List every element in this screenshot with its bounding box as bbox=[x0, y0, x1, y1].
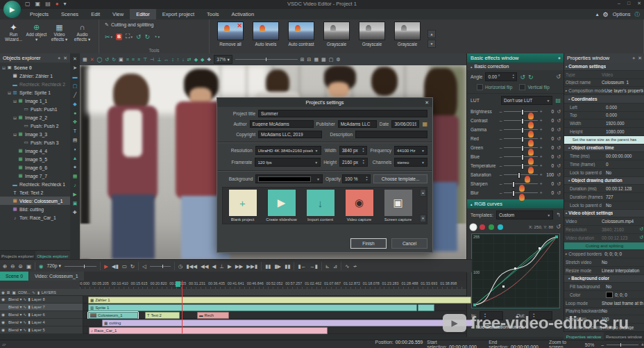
eye-icon[interactable]: ◉ bbox=[1, 328, 7, 332]
property-row-resolution[interactable]: Resolution3840; 2160↺ bbox=[564, 226, 644, 234]
zoom-in-icon[interactable]: + bbox=[641, 342, 644, 347]
eye-icon[interactable]: ◉ bbox=[1, 320, 7, 324]
cut-end-icon[interactable]: ⊿ bbox=[333, 263, 337, 270]
tree-item-image-7-7[interactable]: ▦Image 7_7 bbox=[0, 172, 70, 180]
dialog-header[interactable]: Project's settings ✕ bbox=[217, 98, 432, 107]
property-section-coordinates[interactable]: ▴Coordinates bbox=[564, 95, 644, 103]
pin-icon[interactable]: ⌖ bbox=[58, 56, 60, 61]
author-input[interactable] bbox=[250, 120, 314, 128]
wave-icon[interactable]: ∿ bbox=[23, 328, 26, 332]
slider-minus-icon[interactable]: – bbox=[498, 172, 503, 177]
scene-zoom-slider[interactable] bbox=[235, 59, 298, 60]
close-icon[interactable]: ✕ bbox=[638, 56, 642, 61]
quick-style-4[interactable]: Grayscale bbox=[357, 22, 387, 56]
slider-reset-icon[interactable]: ↺ bbox=[557, 136, 561, 142]
track-lane[interactable]: ▥Sprite 1 bbox=[83, 304, 466, 311]
slider-track[interactable] bbox=[504, 183, 538, 184]
property-row-object-name[interactable]: Object nameColosseum_1 bbox=[564, 79, 644, 88]
move-down-icon[interactable]: ↓ bbox=[182, 57, 185, 62]
track-controls[interactable]: Blend ▾∿▮Layer 7 bbox=[0, 304, 83, 311]
tree-item-push-push-2[interactable]: ▭Push: Push 2 bbox=[0, 122, 70, 130]
move-icon[interactable]: ✚ bbox=[73, 208, 77, 217]
tree-item-video-colosseum-1[interactable]: ▦Video: Colosseum_1 bbox=[0, 197, 70, 205]
slider-reset-icon[interactable]: ↺ bbox=[557, 118, 561, 124]
zoom-fit-icon[interactable]: ⊜ bbox=[19, 263, 23, 270]
clip-text-2[interactable]: TText 2 bbox=[145, 312, 180, 319]
scene-tab-scene-0[interactable]: Scene 0 bbox=[0, 272, 28, 281]
layout-3-icon[interactable]: ▦ bbox=[314, 57, 319, 63]
eye-icon[interactable]: ◉ bbox=[1, 313, 7, 317]
tree-item-scene-0[interactable]: ⊟▣Scene 0 bbox=[0, 63, 70, 72]
tree-item-image-1-1[interactable]: ⊟▦Image 1_1 bbox=[0, 97, 70, 105]
property-section-background-color[interactable]: ▴Background color bbox=[564, 275, 644, 283]
property-row-stretch-video[interactable]: Stretch videoNo bbox=[564, 258, 644, 267]
swap-icon[interactable]: ⇄ bbox=[187, 57, 192, 63]
slider-minus-icon[interactable]: – bbox=[498, 154, 503, 159]
quick-style-3[interactable]: Grayscale bbox=[321, 22, 352, 56]
tree-expand-icon[interactable]: ⊟ bbox=[12, 99, 17, 103]
reset-icon[interactable]: ↺ bbox=[639, 226, 643, 232]
tree-item-rechteck-rechteck-2[interactable]: ▬Rechteck: Rechteck 2 bbox=[0, 80, 70, 88]
undo-icon[interactable]: ↺ bbox=[105, 57, 109, 63]
slider-thumb[interactable] bbox=[521, 136, 524, 142]
vertical-flip-checkbox[interactable]: Vertical flip bbox=[519, 84, 549, 90]
wave-icon[interactable]: ∿ bbox=[23, 297, 26, 301]
template-create-slideshow[interactable]: ▶Create slideshow bbox=[264, 190, 299, 222]
framerate-select[interactable]: 120 fps▼ bbox=[255, 158, 321, 167]
template-revert-icon[interactable]: ↰ bbox=[556, 212, 561, 218]
camera-icon[interactable]: ▮ bbox=[28, 313, 30, 317]
line-tool-icon[interactable]: ╱ bbox=[74, 90, 76, 99]
prev-frame-icon[interactable]: ◀ bbox=[212, 263, 217, 270]
tree-item-image-6-6[interactable]: ▦Image 6_6 bbox=[0, 163, 70, 172]
description-input[interactable] bbox=[355, 131, 427, 138]
wave-icon[interactable]: ∿ bbox=[23, 313, 26, 317]
layers-header-icon[interactable]: ▣ bbox=[12, 290, 15, 295]
blend-select[interactable]: Blend ▾ bbox=[8, 320, 22, 324]
slider-plus-icon[interactable]: + bbox=[539, 154, 543, 159]
basic-correction-section[interactable]: ▴Basic correction bbox=[467, 63, 564, 70]
menu-item-view[interactable]: View bbox=[106, 9, 130, 19]
quick-style-1[interactable]: Auto levels bbox=[251, 22, 281, 56]
ribbon-button-audio-effects[interactable]: ∩Audio effects ▾ bbox=[71, 21, 93, 55]
speed-icon[interactable]: ◔▾ bbox=[153, 33, 160, 40]
blend-select[interactable]: Blend ▾ bbox=[8, 305, 22, 309]
pan-icon[interactable]: ✚ bbox=[207, 57, 211, 63]
next-scene-icon[interactable]: ▶▶ bbox=[235, 263, 244, 270]
layout-1-icon[interactable]: ⊞ bbox=[300, 57, 305, 63]
fit-height-icon[interactable]: ↕ bbox=[171, 57, 174, 62]
slider-thumb[interactable] bbox=[521, 154, 524, 160]
layout-4-icon[interactable]: ▩ bbox=[321, 57, 326, 63]
property-section-object-drawing-duration[interactable]: ▴Object drawing duration bbox=[564, 177, 644, 185]
zoom-slider-thumb[interactable] bbox=[266, 58, 266, 61]
speaker-icon[interactable]: ◁ bbox=[142, 263, 146, 270]
settings-icon[interactable]: ⚙ bbox=[336, 57, 340, 63]
menu-item-projects[interactable]: Projects bbox=[24, 9, 55, 19]
slider-plus-icon[interactable]: + bbox=[539, 163, 543, 168]
prev-scene-icon[interactable]: ◀◀ bbox=[201, 263, 209, 270]
add-video-icon[interactable]: ▶ bbox=[73, 190, 76, 199]
color-swatch[interactable] bbox=[606, 292, 613, 298]
reset-icon[interactable]: ↺ bbox=[639, 235, 643, 240]
scene-zoom-select[interactable]: 37%▾ bbox=[214, 55, 232, 64]
align-top-icon[interactable]: ⊤ bbox=[143, 57, 147, 63]
frame-step-icon[interactable]: ▮▶ bbox=[274, 263, 281, 270]
pause-icon[interactable]: ▮▮ bbox=[265, 263, 271, 270]
scene-tab-video-colosseum-1[interactable]: Video: Colosseum_1 bbox=[29, 272, 84, 281]
play-button[interactable]: ▶ bbox=[104, 263, 108, 270]
tree-item-bild-cutting[interactable]: ▦Bild: cutting bbox=[0, 205, 70, 213]
preview-quality-value[interactable]: 720p ▾ bbox=[47, 263, 61, 269]
property-row-lock-to-parent-d[interactable]: Lock to parent dNo bbox=[564, 169, 644, 177]
property-row-type[interactable]: TypeVideo bbox=[564, 71, 644, 79]
align-center-icon[interactable]: ≡ bbox=[132, 57, 135, 62]
rotate-cw-icon[interactable]: ↻ bbox=[144, 33, 150, 40]
cancel-button[interactable]: Cancel bbox=[391, 238, 427, 249]
style-scroll-up-button[interactable]: ▲ bbox=[427, 30, 436, 38]
rotate-ccw-icon[interactable]: ↺ bbox=[136, 33, 142, 40]
tree-item-z-hler-z-hler-1[interactable]: ▦Zähler: Zähler 1 bbox=[0, 72, 70, 80]
align-middle-icon[interactable]: ⊣ bbox=[150, 57, 154, 63]
channel-dot-3[interactable] bbox=[498, 224, 503, 230]
ramp-icon[interactable]: ≁ bbox=[353, 263, 357, 270]
property-row-time-frame-[interactable]: Time (frame)0 bbox=[564, 160, 644, 169]
slider-plus-icon[interactable]: + bbox=[539, 172, 543, 177]
track-lane[interactable]: Colosseum_1TText 2▬Rech bbox=[83, 311, 466, 319]
